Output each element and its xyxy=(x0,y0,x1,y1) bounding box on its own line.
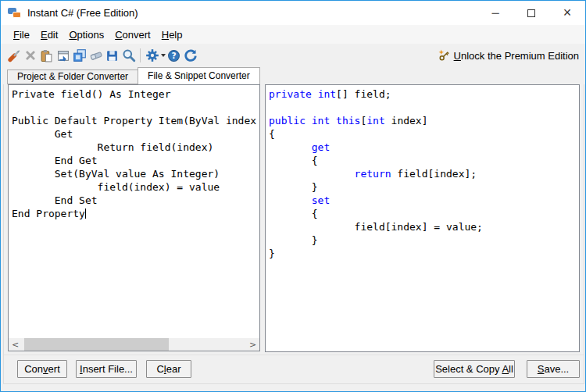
clear-button[interactable]: Clear xyxy=(146,360,191,378)
delete-x-icon[interactable] xyxy=(22,48,38,64)
tab-project-folder-converter[interactable]: Project & Folder Converter xyxy=(7,69,138,84)
help-icon[interactable]: ? xyxy=(166,48,182,64)
menu-help[interactable]: Help xyxy=(156,27,188,43)
save-icon[interactable] xyxy=(104,48,120,64)
menu-convert[interactable]: Convert xyxy=(109,27,156,43)
scroll-right-arrow-icon[interactable]: > xyxy=(246,338,259,351)
toolbar-separator xyxy=(140,48,141,62)
minimize-icon: ─ xyxy=(491,9,498,17)
title-bar: Instant C# (Free Edition) ─ × xyxy=(1,1,585,25)
eraser-icon[interactable] xyxy=(88,48,104,64)
close-icon: × xyxy=(563,5,572,21)
app-window: Instant C# (Free Edition) ─ × File Edit … xyxy=(0,0,586,392)
app-icon xyxy=(8,7,21,19)
tab-strip: Project & Folder Converter File & Snippe… xyxy=(7,67,260,84)
menu-edit[interactable]: Edit xyxy=(35,27,63,43)
select-copy-all-button[interactable]: Select & Copy All xyxy=(434,360,515,378)
convert-button[interactable]: Convert xyxy=(17,360,67,378)
menu-bar: File Edit Options Convert Help xyxy=(1,25,585,44)
maximize-icon xyxy=(527,9,535,17)
panes-bottom-divider xyxy=(4,355,584,355)
paste-icon[interactable] xyxy=(38,48,55,64)
source-code-pane[interactable]: Private field() As IntegerPublic Default… xyxy=(8,84,260,351)
insert-file-button[interactable]: Insert File... xyxy=(76,360,137,378)
close-button[interactable]: × xyxy=(549,1,585,25)
window-title: Instant C# (Free Edition) xyxy=(27,7,138,19)
text-caret xyxy=(85,208,86,219)
unlock-premium-link[interactable]: Unlock the Premium Edition xyxy=(438,49,579,62)
screwdriver-convert-icon[interactable] xyxy=(5,48,22,64)
scrollbar-track[interactable] xyxy=(22,338,246,351)
scroll-left-arrow-icon[interactable]: < xyxy=(9,338,22,351)
horizontal-scrollbar[interactable]: < > xyxy=(9,338,259,351)
tab-file-snippet-converter[interactable]: File & Snippet Converter xyxy=(138,67,260,84)
target-code-pane[interactable]: private int[] field;public int this[int … xyxy=(265,84,580,352)
menu-options[interactable]: Options xyxy=(63,27,109,43)
refresh-icon[interactable] xyxy=(182,48,198,64)
target-code-text[interactable]: private int[] field;public int this[int … xyxy=(266,85,579,351)
options-gear-icon[interactable] xyxy=(144,48,160,64)
minimize-button[interactable]: ─ xyxy=(477,1,513,25)
tab-page: Private field() As IntegerPublic Default… xyxy=(3,84,584,384)
toolbar: ? Unlock the Premium Edition xyxy=(1,44,585,67)
key-icon xyxy=(438,49,450,62)
magnifier-icon[interactable] xyxy=(120,48,137,64)
svg-text:?: ? xyxy=(171,51,176,61)
maximize-button[interactable] xyxy=(513,1,549,25)
copy-icon[interactable] xyxy=(71,48,88,64)
scrollbar-thumb[interactable] xyxy=(24,338,169,351)
source-code-text[interactable]: Private field() As IntegerPublic Default… xyxy=(9,85,259,338)
insert-window-icon[interactable] xyxy=(55,48,71,64)
save-button[interactable]: Save... xyxy=(527,360,580,378)
menu-file[interactable]: File xyxy=(8,27,35,43)
